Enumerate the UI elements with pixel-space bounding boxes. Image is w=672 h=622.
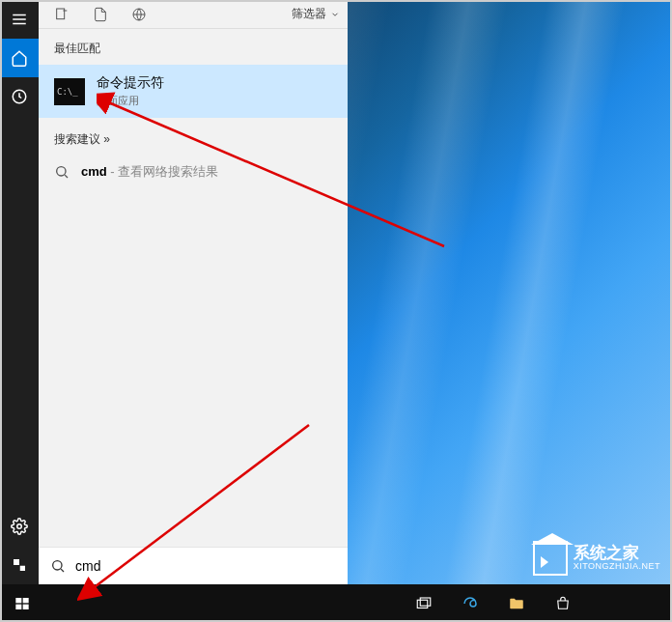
filter-dropdown[interactable]: 筛选器 [288, 6, 344, 22]
home-icon[interactable] [0, 39, 39, 77]
panel-toolbar: 筛选器 [39, 0, 348, 29]
cmd-app-icon: C:\_ [54, 78, 85, 105]
watermark-url: XITONGZHIJIA.NET [574, 562, 660, 572]
menu-icon[interactable] [0, 0, 39, 39]
search-left-rail [0, 0, 39, 584]
watermark-logo-icon [533, 541, 568, 576]
svg-point-13 [53, 561, 62, 570]
svg-rect-20 [420, 598, 431, 606]
search-suggestion-item[interactable]: cmd - 查看网络搜索结果 [39, 156, 348, 188]
watermark-title: 系统之家 [574, 545, 660, 563]
svg-rect-16 [23, 598, 29, 603]
svg-point-11 [57, 167, 66, 176]
gear-icon[interactable] [0, 507, 39, 546]
file-explorer-button[interactable] [494, 584, 539, 622]
document-filter-icon[interactable] [81, 0, 120, 29]
filter-label-text: 筛选器 [292, 6, 326, 22]
apps-filter-icon[interactable] [42, 0, 81, 29]
feedback-icon[interactable] [0, 546, 39, 584]
task-view-button[interactable] [402, 584, 446, 622]
svg-point-4 [17, 524, 22, 529]
search-icon [50, 558, 66, 574]
svg-rect-19 [417, 600, 428, 608]
search-input[interactable] [75, 558, 336, 574]
taskbar [0, 584, 672, 622]
store-button[interactable] [541, 584, 585, 622]
suggestion-text: cmd - 查看网络搜索结果 [81, 163, 218, 181]
svg-rect-5 [14, 559, 19, 565]
svg-line-12 [65, 175, 68, 178]
best-match-header: 最佳匹配 [39, 29, 348, 65]
best-match-subtitle: 桌面应用 [97, 94, 164, 108]
search-suggestions-header: 搜索建议 » [39, 118, 348, 156]
search-icon [54, 164, 70, 180]
search-results-panel: 筛选器 最佳匹配 C:\_ 命令提示符 桌面应用 搜索建议 » cmd - 查看… [39, 0, 348, 584]
clock-icon[interactable] [0, 77, 39, 116]
svg-rect-17 [15, 604, 21, 608]
watermark: 系统之家 XITONGZHIJIA.NET [533, 541, 660, 576]
svg-line-14 [61, 569, 64, 572]
svg-rect-15 [15, 598, 21, 603]
web-filter-icon[interactable] [120, 0, 158, 29]
best-match-title: 命令提示符 [97, 74, 164, 92]
best-match-result[interactable]: C:\_ 命令提示符 桌面应用 [39, 65, 348, 118]
chevron-down-icon [330, 10, 340, 19]
start-button[interactable] [0, 584, 44, 622]
svg-rect-6 [20, 566, 25, 571]
svg-rect-18 [23, 604, 29, 608]
edge-button[interactable] [448, 584, 492, 622]
search-box[interactable] [39, 547, 348, 584]
